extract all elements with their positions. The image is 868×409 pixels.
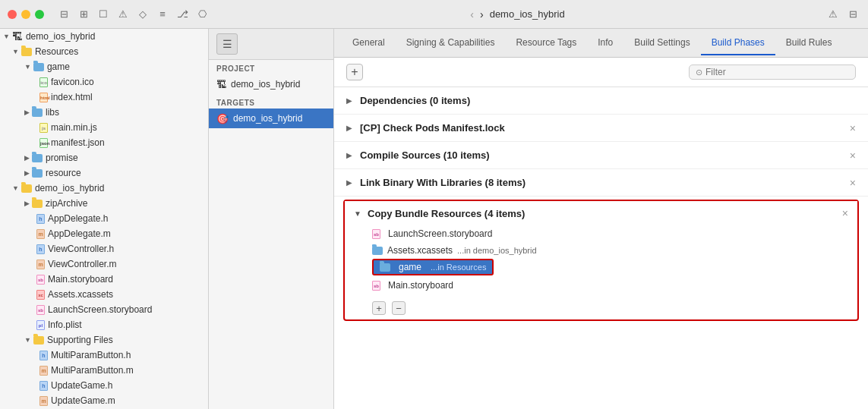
warning-badge-icon[interactable]: ⚠ <box>825 7 841 22</box>
sidebar-label: Assets.xcassets <box>48 289 113 300</box>
maximize-button[interactable] <box>35 10 44 19</box>
sidebar-label: AppDelegate.m <box>48 228 111 239</box>
sidebar-item-updategame-m[interactable]: m UpdateGame.m <box>0 393 208 408</box>
sidebar-item-ziparchive[interactable]: ▶ zipArchive <box>0 196 208 211</box>
phase-copy-bundle-header[interactable]: ▼ Copy Bundle Resources (4 items) × <box>345 201 857 225</box>
sidebar-item-launchscreen[interactable]: sb LaunchScreen.storyboard <box>0 302 208 317</box>
resource-row-launchscreen[interactable]: sb LaunchScreen.storyboard <box>372 225 845 242</box>
phase-copy-bundle-expanded: ▼ Copy Bundle Resources (4 items) × sb L… <box>343 200 859 321</box>
list-icon[interactable]: ≡ <box>155 7 170 22</box>
sidebar-item-demo-ios-hybrid[interactable]: ▼ demo_ios_hybrid <box>0 181 208 196</box>
sidebar-label: manifest.json <box>51 137 105 148</box>
resource-row-assets[interactable]: Assets.xcassets ...in demo_ios_hybrid <box>372 242 845 259</box>
remove-resource-button[interactable]: − <box>392 301 406 315</box>
sidebar-item-main-storyboard[interactable]: sb Main.storyboard <box>0 272 208 287</box>
build-phases-content: + ⊙ ▶ Dependencies (0 items) ▶ [CP] Chec… <box>334 58 868 409</box>
sidebar-item-info-plist[interactable]: pl Info.plist <box>0 317 208 332</box>
sidebar-item-promise[interactable]: ▶ promise <box>0 150 208 165</box>
file-icon: m <box>39 366 48 376</box>
sidebar-item-resources[interactable]: ▼ Resources <box>0 44 208 59</box>
folder-icon <box>21 184 32 193</box>
file-icon: m <box>39 396 48 406</box>
phase-close-button[interactable]: × <box>850 122 856 134</box>
expand-arrow: ▶ <box>24 200 30 207</box>
sidebar-label: demo_ios_hybrid <box>26 31 95 42</box>
file-icon: m <box>36 260 45 269</box>
phase-close-button[interactable]: × <box>850 149 856 162</box>
app-window: ⊟ ⊞ ☐ ⚠ ◇ ≡ ⎇ ⎔ ‹ › demo_ios_hybrid ⚠ ⊟ … <box>0 0 868 409</box>
expand-arrow: ▶ <box>24 169 30 177</box>
sidebar-item-appdelegate-h[interactable]: h AppDelegate.h <box>0 211 208 226</box>
right-panel-icon[interactable]: ⊟ <box>845 7 860 22</box>
sidebar-toggle-icon[interactable]: ⊟ <box>56 7 71 22</box>
file-icon: xc <box>36 290 45 300</box>
resource-row-game[interactable]: game ...in Resources <box>372 259 494 275</box>
add-resource-button[interactable]: + <box>372 301 386 315</box>
resource-row-main-storyboard[interactable]: sb Main.storyboard <box>372 277 845 294</box>
sidebar-item-index-html[interactable]: html index.html <box>0 90 208 105</box>
sidebar-item-assets[interactable]: xc Assets.xcassets <box>0 287 208 302</box>
sidebar-item-supporting-files[interactable]: ▼ Supporting Files <box>0 332 208 348</box>
file-icon: ico <box>39 77 48 87</box>
sidebar-item-main-min-js[interactable]: js main.min.js <box>0 120 208 135</box>
close-button[interactable] <box>8 10 17 19</box>
back-nav-arrow[interactable]: ‹ <box>470 8 474 20</box>
sidebar-item-appdelegate-m[interactable]: m AppDelegate.m <box>0 226 208 241</box>
tab-resource-tags[interactable]: Resource Tags <box>505 31 587 55</box>
sidebar-item-manifest-json[interactable]: json manifest.json <box>0 135 208 150</box>
tab-general[interactable]: General <box>342 31 396 55</box>
warning-icon[interactable]: ⚠ <box>115 7 131 22</box>
phase-row-dependencies[interactable]: ▶ Dependencies (0 items) <box>334 87 868 115</box>
phase-row-link-binary[interactable]: ▶ Link Binary With Libraries (8 items) × <box>334 169 868 197</box>
sidebar-item-multiparam-h[interactable]: h MultiParamButton.h <box>0 348 208 363</box>
sidebar-item-favicon[interactable]: ico favicon.ico <box>0 74 208 90</box>
sidebar-item-game[interactable]: ▼ game <box>0 59 208 74</box>
tab-signing[interactable]: Signing & Capabilities <box>396 31 506 55</box>
sidebar-item-viewcontroller-h[interactable]: h ViewController.h <box>0 241 208 256</box>
project-nav-item-root[interactable]: 🏗 demo_ios_hybrid <box>209 74 333 94</box>
add-phase-button[interactable]: + <box>346 64 363 80</box>
phase-row-check-pods[interactable]: ▶ [CP] Check Pods Manifest.lock × <box>334 115 868 142</box>
sidebar-label: UpdateGame.h <box>51 380 112 391</box>
file-icon: sb <box>372 281 380 291</box>
sidebar-item-multiparam-m[interactable]: m MultiParamButton.m <box>0 363 208 378</box>
diamond-icon[interactable]: ◇ <box>135 7 150 22</box>
phase-close-button[interactable]: × <box>842 207 848 219</box>
build-toolbar: + ⊙ <box>334 58 868 87</box>
folder-icon <box>32 109 43 117</box>
phase-label: Copy Bundle Resources (4 items) <box>368 208 842 219</box>
toolbar-icons: ⊟ ⊞ ☐ ⚠ ◇ ≡ ⎇ ⎔ <box>56 7 210 22</box>
square-icon[interactable]: ☐ <box>96 7 111 22</box>
phase-label: Compile Sources (10 items) <box>360 149 850 161</box>
tab-build-phases[interactable]: Build Phases <box>701 31 775 55</box>
filter-icon: ⊙ <box>696 68 702 77</box>
resource-label: game <box>399 262 421 272</box>
sidebar-label: Info.plist <box>48 319 82 330</box>
sidebar-item-resource[interactable]: ▶ resource <box>0 165 208 181</box>
minimize-button[interactable] <box>21 10 30 19</box>
tab-info[interactable]: Info <box>587 31 623 55</box>
folder-icon <box>33 63 44 71</box>
filter-input[interactable] <box>705 67 849 77</box>
resource-label: LaunchScreen.storyboard <box>388 228 492 239</box>
phase-close-button[interactable]: × <box>850 177 856 189</box>
sidebar-label: zipArchive <box>46 198 87 209</box>
sidebar-item-updategame-h[interactable]: h UpdateGame.h <box>0 378 208 393</box>
sidebar-item-project-root[interactable]: ▼ 🏗 demo_ios_hybrid <box>0 29 208 44</box>
sidebar-item-libs[interactable]: ▶ libs <box>0 105 208 120</box>
message-icon[interactable]: ⎔ <box>194 7 210 22</box>
grid-icon[interactable]: ⊞ <box>76 7 91 22</box>
layout-toggle-button[interactable]: ☰ <box>216 33 238 55</box>
sidebar-item-viewcontroller-m[interactable]: m ViewController.m <box>0 256 208 272</box>
content-area: General Signing & Capabilities Resource … <box>334 29 868 409</box>
tab-build-rules[interactable]: Build Rules <box>775 31 843 55</box>
project-nav-item-target[interactable]: 🎯 demo_ios_hybrid <box>209 109 333 128</box>
sidebar-label: demo_ios_hybrid <box>35 183 104 193</box>
file-icon: h <box>39 351 48 360</box>
file-icon: sb <box>36 275 45 285</box>
project-nav-label: demo_ios_hybrid <box>231 79 300 90</box>
forward-nav-arrow[interactable]: › <box>480 8 484 20</box>
phase-row-compile-sources[interactable]: ▶ Compile Sources (10 items) × <box>334 142 868 169</box>
branch-icon[interactable]: ⎇ <box>175 7 190 22</box>
tab-build-settings[interactable]: Build Settings <box>623 31 700 55</box>
